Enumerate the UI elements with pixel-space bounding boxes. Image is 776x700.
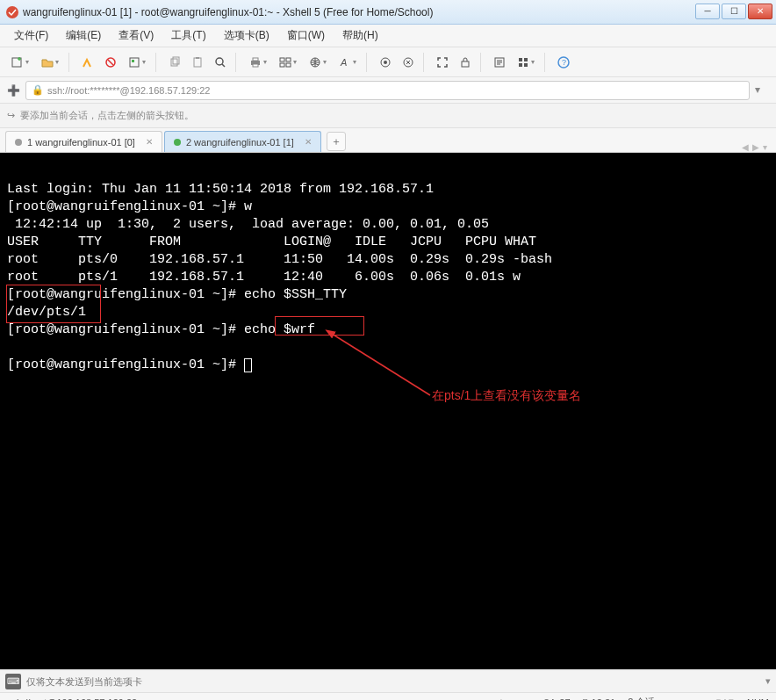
print-button[interactable]: [245, 53, 271, 72]
disconnect-button[interactable]: [101, 53, 120, 72]
terminal-output[interactable]: Last login: Thu Jan 11 11:50:14 2018 fro…: [0, 153, 776, 381]
fullscreen-button[interactable]: [433, 53, 452, 72]
tab-strip: 1 wangruifenglinux-01 [0] ✕ 2 wangruifen…: [0, 128, 776, 153]
size-icon: ↔: [532, 697, 542, 701]
find-button[interactable]: [211, 53, 230, 72]
menu-tools[interactable]: 工具(T): [164, 25, 212, 46]
menu-tab[interactable]: 选项卡(B): [217, 25, 277, 46]
status-dot-icon: [174, 139, 181, 146]
status-num: NUM: [747, 697, 769, 701]
status-dot-icon: [15, 139, 22, 146]
svg-rect-8: [196, 57, 199, 59]
status-term: xterm: [495, 697, 520, 701]
svg-rect-25: [524, 58, 528, 61]
compose-dropdown-icon[interactable]: ▾: [765, 675, 771, 687]
tab-prev-icon[interactable]: ◀: [742, 142, 749, 152]
address-url: ssh://root:********@192.168.57.129:22: [47, 85, 210, 96]
svg-rect-7: [194, 58, 201, 67]
font-button[interactable]: A: [334, 53, 361, 72]
status-pos: ⎘12,31: [583, 697, 616, 701]
xftp-button[interactable]: [399, 53, 418, 72]
menu-view[interactable]: 查看(V): [111, 25, 161, 46]
address-dropdown-icon[interactable]: ▾: [755, 83, 769, 97]
encoding-button[interactable]: [305, 53, 331, 72]
svg-rect-6: [173, 57, 179, 64]
add-session-icon[interactable]: ➕: [7, 84, 20, 97]
svg-rect-22: [462, 61, 469, 67]
tab-session-1[interactable]: 2 wangruifenglinux-01 [1] ✕: [164, 131, 321, 152]
separator: [480, 53, 481, 72]
svg-text:?: ?: [562, 58, 566, 67]
compose-input[interactable]: [26, 676, 760, 687]
copy-button[interactable]: [165, 53, 184, 72]
minimize-button[interactable]: ─: [695, 4, 720, 19]
tab-next-icon[interactable]: ▶: [752, 142, 759, 152]
separator: [366, 53, 367, 72]
svg-rect-26: [519, 63, 522, 67]
svg-point-20: [384, 61, 387, 64]
history-button[interactable]: [490, 53, 509, 72]
status-size: ↔84x27: [532, 697, 571, 701]
window-controls: ─ ☐ ✕: [695, 4, 772, 21]
tab-close-icon[interactable]: ✕: [146, 137, 153, 147]
window-title: wangruifenglinux-01 [1] - root@wangruife…: [23, 6, 695, 18]
hint-bar: ↪ 要添加当前会话，点击左侧的箭头按钮。: [0, 104, 776, 128]
toolbar: A ?: [0, 47, 776, 77]
svg-rect-24: [519, 58, 522, 61]
svg-rect-4: [132, 60, 134, 62]
maximize-button[interactable]: ☐: [722, 4, 746, 19]
help-button[interactable]: ?: [554, 53, 573, 72]
lock-icon: 🔒: [32, 84, 44, 96]
svg-point-0: [6, 6, 18, 18]
annotation-text: 在pts/1上查看没有该变量名: [432, 388, 581, 404]
menu-help[interactable]: 帮助(H): [335, 25, 385, 46]
address-bar: ➕ 🔒 ssh://root:********@192.168.57.129:2…: [0, 77, 776, 104]
close-button[interactable]: ✕: [748, 4, 772, 19]
status-bar: ssh://root@192.168.57.129:22 xterm ↔84x2…: [0, 692, 776, 700]
menu-window[interactable]: 窗口(W): [280, 25, 332, 46]
reconnect-button[interactable]: [78, 53, 97, 72]
compose-button[interactable]: [513, 53, 539, 72]
separator: [235, 53, 236, 72]
paste-button[interactable]: [188, 53, 207, 72]
separator: [155, 53, 156, 72]
compose-icon[interactable]: ⌨: [5, 674, 21, 689]
tab-label: 1 wangruifenglinux-01 [0]: [27, 137, 135, 148]
svg-rect-16: [286, 63, 291, 67]
xagent-button[interactable]: [376, 53, 395, 72]
svg-rect-27: [524, 63, 528, 67]
titlebar: wangruifenglinux-01 [1] - root@wangruife…: [0, 0, 776, 25]
separator: [423, 53, 424, 72]
tab-close-icon[interactable]: ✕: [305, 137, 312, 147]
svg-rect-12: [253, 64, 258, 67]
separator: [544, 53, 545, 72]
app-icon: [5, 5, 19, 19]
svg-point-9: [216, 58, 223, 65]
pos-icon: ⎘: [583, 697, 589, 701]
svg-rect-5: [171, 59, 177, 66]
svg-rect-11: [253, 58, 258, 61]
open-button[interactable]: [37, 53, 63, 72]
hint-icon: ↪: [7, 110, 15, 121]
menu-file[interactable]: 文件(F): [7, 25, 55, 46]
status-cap: CAP: [715, 697, 735, 701]
tab-session-0[interactable]: 1 wangruifenglinux-01 [0] ✕: [5, 131, 162, 152]
new-session-button[interactable]: [7, 53, 33, 72]
svg-rect-13: [280, 58, 284, 61]
tab-nav: ◀ ▶ ▾: [742, 142, 771, 152]
status-connection: ssh://root@192.168.57.129:22: [7, 697, 137, 701]
tab-label: 2 wangruifenglinux-01 [1]: [186, 137, 294, 148]
lock-button[interactable]: [456, 53, 475, 72]
menubar: 文件(F) 编辑(E) 查看(V) 工具(T) 选项卡(B) 窗口(W) 帮助(…: [0, 25, 776, 47]
menu-edit[interactable]: 编辑(E): [59, 25, 108, 46]
view-button[interactable]: [275, 53, 301, 72]
new-tab-button[interactable]: ＋: [327, 132, 346, 151]
compose-bar: ⌨ ▾: [0, 669, 776, 692]
svg-text:A: A: [340, 57, 347, 68]
tab-list-icon[interactable]: ▾: [763, 142, 767, 152]
terminal-area[interactable]: Last login: Thu Jan 11 11:50:14 2018 fro…: [0, 153, 776, 669]
profile-button[interactable]: [124, 53, 150, 72]
hint-text: 要添加当前会话，点击左侧的箭头按钮。: [20, 109, 194, 122]
address-input[interactable]: 🔒 ssh://root:********@192.168.57.129:22: [25, 81, 750, 100]
separator: [68, 53, 69, 72]
